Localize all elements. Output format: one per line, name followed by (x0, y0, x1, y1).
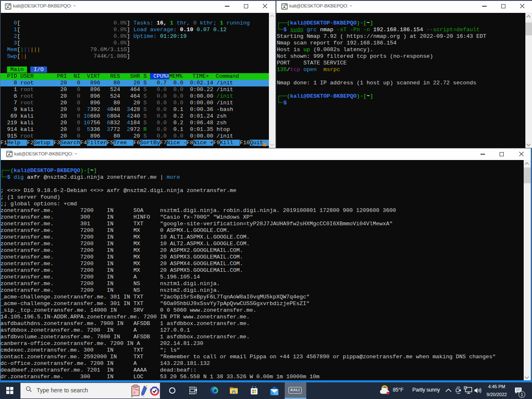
svg-text:1: 1 (520, 392, 523, 397)
